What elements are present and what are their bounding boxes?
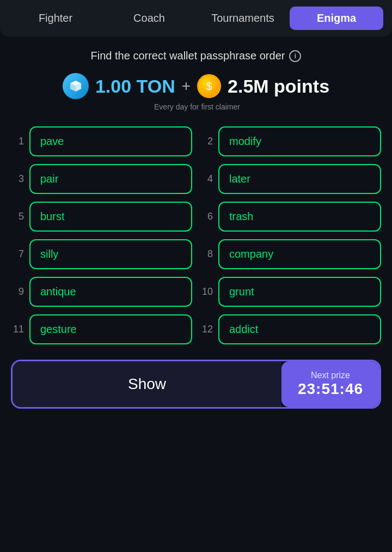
word-item: 5burst [11,202,192,232]
word-box: addict [218,314,381,344]
word-number: 2 [200,136,213,147]
word-item: 11gesture [11,314,192,344]
nav-enigma[interactable]: Enigma [290,7,383,30]
word-number: 10 [200,286,213,298]
word-item: 10grunt [200,277,381,307]
coin-icon: $ [197,74,221,98]
show-button[interactable]: Show [13,361,281,407]
word-item: 2modify [200,126,381,156]
prize-subtitle: Every day for first claimer [154,102,240,111]
next-prize-timer: 23:51:46 [298,380,363,398]
header-text: Find the correct wallet passphrase order [91,50,285,62]
word-item: 12addict [200,314,381,344]
word-item: 1pave [11,126,192,156]
nav-tournaments[interactable]: Tournaments [196,7,290,30]
plus-sign: + [182,77,191,95]
next-prize-panel: Next prize 23:51:46 [281,361,379,407]
word-grid: 1pave2modify3pair4later5burst6trash7sill… [11,126,381,344]
word-item: 3pair [11,164,192,194]
word-number: 12 [200,324,213,335]
word-item: 6trash [200,202,381,232]
word-box: modify [218,126,381,156]
word-number: 6 [200,211,213,222]
next-prize-label: Next prize [311,371,350,380]
word-box: pave [29,126,192,156]
word-box: silly [29,239,192,269]
main-content: Find the correct wallet passphrase order… [0,37,392,422]
word-number: 11 [11,324,24,335]
header-section: Find the correct wallet passphrase order… [91,50,302,62]
word-number: 1 [11,136,24,147]
word-box: later [218,164,381,194]
nav-bar: Fighter Coach Tournaments Enigma [0,0,392,37]
word-box: pair [29,164,192,194]
bottom-bar: Show Next prize 23:51:46 [11,360,381,409]
word-number: 7 [11,248,24,260]
word-box: grunt [218,277,381,307]
word-item: 4later [200,164,381,194]
prize-row: 1.00 TON + $ 2.5M points [63,73,329,99]
ton-icon [63,73,89,99]
word-box: company [218,239,381,269]
word-box: trash [218,202,381,232]
word-item: 8company [200,239,381,269]
word-number: 8 [200,248,213,260]
ton-amount: 1.00 TON [95,76,175,97]
word-number: 3 [11,173,24,185]
word-number: 9 [11,286,24,298]
word-number: 4 [200,173,213,185]
word-item: 7silly [11,239,192,269]
nav-fighter[interactable]: Fighter [9,7,102,30]
points-amount: 2.5M points [228,76,329,97]
word-box: burst [29,202,192,232]
info-icon[interactable]: i [289,50,301,62]
word-number: 5 [11,211,24,222]
word-box: gesture [29,314,192,344]
nav-coach[interactable]: Coach [102,7,196,30]
word-item: 9antique [11,277,192,307]
word-box: antique [29,277,192,307]
